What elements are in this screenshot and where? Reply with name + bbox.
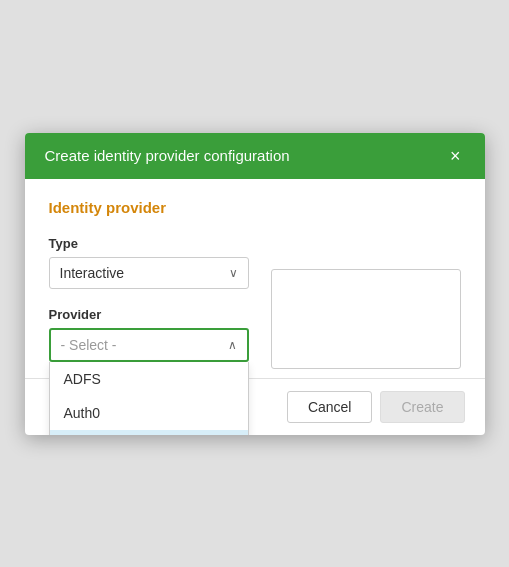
modal-overlay: Create identity provider configuration ×… bbox=[0, 0, 509, 567]
type-select[interactable]: Interactive ∨ bbox=[49, 257, 249, 289]
modal-body: Identity provider Type Interactive ∨ Pro… bbox=[25, 179, 485, 378]
provider-field-wrapper: - Select - ∧ ADFS Auth0 Generic ☞ Keyclo… bbox=[49, 328, 249, 362]
dropdown-item-auth0[interactable]: Auth0 bbox=[50, 396, 248, 430]
identity-provider-label: Identity provider bbox=[49, 199, 461, 216]
create-button: Create bbox=[380, 391, 464, 423]
modal-header: Create identity provider configuration × bbox=[25, 133, 485, 179]
dropdown-item-adfs[interactable]: ADFS bbox=[50, 362, 248, 396]
cancel-button[interactable]: Cancel bbox=[287, 391, 373, 423]
close-button[interactable]: × bbox=[446, 147, 465, 165]
dropdown-item-generic[interactable]: Generic ☞ bbox=[50, 430, 248, 435]
type-label: Type bbox=[49, 236, 461, 251]
provider-select[interactable]: - Select - ∧ bbox=[49, 328, 249, 362]
modal-title: Create identity provider configuration bbox=[45, 147, 290, 164]
text-area-input[interactable] bbox=[271, 269, 461, 369]
type-value: Interactive bbox=[60, 265, 125, 281]
chevron-up-icon: ∧ bbox=[228, 338, 237, 352]
chevron-down-icon: ∨ bbox=[229, 266, 238, 280]
provider-placeholder: - Select - bbox=[61, 337, 117, 353]
text-area-section bbox=[271, 269, 461, 372]
modal: Create identity provider configuration ×… bbox=[25, 133, 485, 435]
provider-dropdown: ADFS Auth0 Generic ☞ Keycloak Okta Sales… bbox=[49, 362, 249, 435]
